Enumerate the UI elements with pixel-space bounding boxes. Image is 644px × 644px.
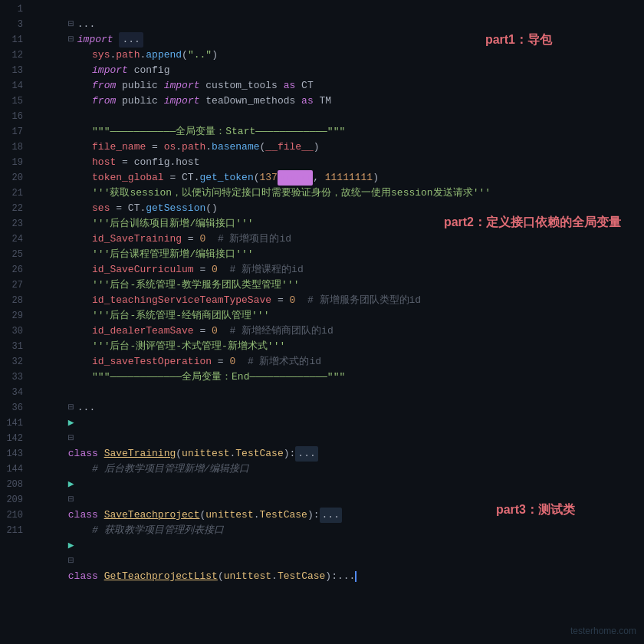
line-num-23: 23 (0, 216, 23, 232)
line-num-3: 3 (0, 17, 23, 32)
run-arrow-211[interactable]: ▶ (68, 540, 74, 551)
line-num-1: 1 (0, 2, 23, 17)
line-num-24: 24 (0, 232, 23, 247)
code-line-141 (32, 416, 644, 431)
line-num-208: 208 (0, 477, 23, 492)
line-num-21: 21 (0, 186, 23, 201)
code-line-33 (32, 370, 644, 385)
line-num-141: 141 (0, 416, 23, 431)
line-num-211: 211 (0, 523, 23, 538)
line-num-31: 31 (0, 339, 23, 354)
line-num-15: 15 (0, 94, 23, 109)
line-num-25: 25 (0, 247, 23, 262)
line-num-19: 19 (0, 155, 23, 170)
code-line-17: file_name = os.path.basename(__file__) (32, 124, 644, 140)
line-num-14: 14 (0, 78, 23, 94)
line-num-20: 20 (0, 170, 23, 186)
code-line-1: ⊟... (32, 2, 644, 17)
code-line-208 (32, 477, 644, 492)
code-content: ⊟... ⊟import ... sys.path.append("..") i… (29, 0, 644, 644)
line-num-27: 27 (0, 278, 23, 293)
code-line-30: '''后台-测评管理-术式管理-新增术式''' (32, 324, 644, 339)
code-line-12: import config (32, 48, 644, 63)
code-line-28: '''后台-系统管理-经销商团队管理''' (32, 293, 644, 308)
line-num-143: 143 (0, 446, 23, 462)
line-num-210: 210 (0, 508, 23, 523)
code-editor: part1：导包 part2：定义接口依赖的全局变量 part3：测试类 1 3… (0, 0, 644, 644)
code-line-20: '''获取session，以便访问特定接口时需要验证身份，故统一使用sessio… (32, 170, 644, 186)
code-line-142 (32, 431, 644, 446)
code-line-14: from public import teaDown_methods as TM (32, 78, 644, 94)
code-line-22: '''后台训练项目新增/编辑接口''' (32, 201, 644, 216)
line-num-29: 29 (0, 308, 23, 324)
line-num-34: 34 (0, 385, 23, 400)
line-num-11: 11 (0, 32, 23, 48)
line-num-18: 18 (0, 140, 23, 155)
code-line-211: ▶ ⊟ class GetTeachprojectList(unittest.T… (32, 523, 644, 538)
line-num-30: 30 (0, 324, 23, 339)
code-line-36: ▶ ⊟ class SaveTraining(unittest.TestCase… (32, 400, 644, 416)
line-num-12: 12 (0, 48, 23, 63)
line-num-33: 33 (0, 370, 23, 385)
code-line-24: '''后台课程管理新增/编辑接口''' (32, 232, 644, 247)
code-line-31: id_saveTestOperation = 0 # 新增术式的id (32, 339, 644, 354)
code-line-13: from public import custom_tools as CT (32, 63, 644, 78)
code-line-3: ⊟import ... (32, 17, 644, 32)
line-num-36: 36 (0, 400, 23, 416)
code-line-21: ses = CT.getSession() (32, 186, 644, 201)
code-line-19: token_global = CT.get_token(137■■■■■■■, … (32, 155, 644, 170)
line-num-32: 32 (0, 354, 23, 370)
code-line-34: ⊟... (32, 385, 644, 400)
watermark: testerhome.com (570, 626, 636, 636)
line-num-13: 13 (0, 63, 23, 78)
code-line-23: id_SaveTraining = 0 # 新增项目的id (32, 216, 644, 232)
line-num-28: 28 (0, 293, 23, 308)
code-line-16: """———————————全局变量：Start————————————""" (32, 109, 644, 124)
line-numbers: 1 3 11 12 13 14 15 16 17 18 19 20 21 22 … (0, 0, 29, 644)
code-line-209 (32, 492, 644, 508)
code-line-29: id_dealerTeamSave = 0 # 新增经销商团队的id (32, 308, 644, 324)
code-line-144: ▶ ⊟ class SaveTeachproject(unittest.Test… (32, 462, 644, 477)
line-num-144: 144 (0, 462, 23, 477)
code-line-210: # 获取教学项目管理列表接口 (32, 508, 644, 523)
line-num-17: 17 (0, 124, 23, 140)
code-line-15 (32, 94, 644, 109)
line-num-26: 26 (0, 262, 23, 278)
line-num-16: 16 (0, 109, 23, 124)
code-line-11: sys.path.append("..") (32, 32, 644, 48)
code-line-25: id_SaveCurriculum = 0 # 新增课程的id (32, 247, 644, 262)
code-line-26: '''后台-系统管理-教学服务团队类型管理''' (32, 262, 644, 278)
code-line-27: id_teachingServiceTeamTypeSave = 0 # 新增服… (32, 278, 644, 293)
code-line-143: # 后台教学项目管理新增/编辑接口 (32, 446, 644, 462)
code-line-18: host = config.host (32, 140, 644, 155)
fold-icon-211[interactable]: ⊟ (68, 554, 76, 561)
code-line-32: """————————————全局变量：End—————————————""" (32, 354, 644, 370)
line-num-22: 22 (0, 201, 23, 216)
line-num-209: 209 (0, 492, 23, 508)
line-num-142: 142 (0, 431, 23, 446)
